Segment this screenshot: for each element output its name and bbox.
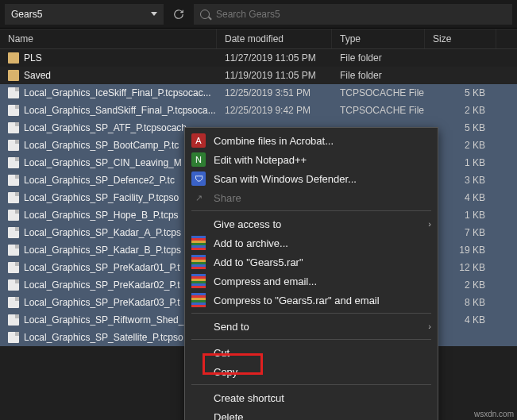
file-icon <box>8 140 19 151</box>
breadcrumb-current: Gears5 <box>11 9 42 20</box>
menu-separator <box>191 313 431 314</box>
menu-defender[interactable]: 🛡 Scan with Windows Defender... <box>185 169 438 188</box>
cell-type: TCPSOCACHE File <box>332 87 425 98</box>
file-name: Local_Graphics_SP_PreKadar02_P.t <box>24 279 180 291</box>
context-menu: A Combine files in Acrobat... N Edit wit… <box>184 127 438 420</box>
menu-separator <box>191 210 431 211</box>
menu-separator <box>191 339 431 340</box>
file-name: Local_Graphics_SP_Defence2_P.tc <box>24 175 175 186</box>
watermark: wsxdn.com <box>474 410 514 418</box>
cell-size: 2 KB <box>425 105 496 116</box>
file-icon <box>8 175 19 186</box>
file-name: Local_Graphics_SP_ATF_P.tcpsocach <box>24 122 187 133</box>
cell-name: Saved <box>0 70 217 81</box>
file-name: Local_Graphics_IceSkiff_Final_P.tcpsocac… <box>24 87 211 98</box>
cell-date: 11/27/2019 11:05 PM <box>217 52 332 64</box>
winrar-icon <box>191 236 206 250</box>
chevron-right-icon: › <box>428 219 431 229</box>
file-name: Local_Graphics_SP_PreKadar03_P.t <box>24 297 180 308</box>
blank-icon <box>191 364 206 379</box>
menu-separator <box>191 384 431 385</box>
header-size[interactable]: Size <box>425 29 496 48</box>
menu-give-access[interactable]: Give access to › <box>185 214 438 233</box>
cell-type: File folder <box>332 52 425 64</box>
breadcrumb[interactable]: Gears5 <box>5 4 164 25</box>
menu-create-shortcut[interactable]: Create shortcut <box>185 388 438 407</box>
file-name: Saved <box>24 70 51 81</box>
blank-icon <box>191 345 206 360</box>
file-name: PLS <box>24 52 42 64</box>
menu-compress-email[interactable]: Compress and email... <box>185 272 438 291</box>
menu-notepad[interactable]: N Edit with Notepad++ <box>185 150 438 169</box>
cell-date: 12/25/2019 3:51 PM <box>217 87 332 98</box>
menu-combine-acrobat[interactable]: A Combine files in Acrobat... <box>185 131 438 150</box>
search-icon <box>200 10 210 19</box>
winrar-icon <box>191 293 206 307</box>
file-name: Local_Graphics_SP_Kadar_B_P.tcps <box>24 245 181 256</box>
file-name: Local_Graphics_SP_Satellite_P.tcpso <box>24 332 183 343</box>
menu-delete[interactable]: Delete <box>185 407 438 420</box>
cell-size: 5 KB <box>425 87 496 98</box>
menu-add-archive[interactable]: Add to archive... <box>185 233 438 252</box>
table-row[interactable]: Local_Graphics_IceSkiff_Final_P.tcpsocac… <box>0 84 517 102</box>
column-headers: Name Date modified Type Size <box>0 29 517 49</box>
cell-type: File folder <box>332 70 425 81</box>
winrar-icon <box>191 255 206 269</box>
blank-icon <box>191 410 206 420</box>
file-icon <box>8 297 19 308</box>
file-name: Local_Graphics_SP_PreKadar01_P.t <box>24 262 180 273</box>
file-name: Local_Graphics_SP_CIN_Leaving_M <box>24 157 182 168</box>
file-icon <box>8 332 19 343</box>
file-icon <box>8 87 19 98</box>
menu-add-rar[interactable]: Add to "Gears5.rar" <box>185 252 438 272</box>
file-icon <box>8 245 19 256</box>
file-icon <box>8 192 19 203</box>
table-row[interactable]: Local_Graphics_SandSkiff_Final_P.tcpsoca… <box>0 102 517 119</box>
file-name: Local_Graphics_SandSkiff_Final_P.tcpsoca… <box>24 105 216 116</box>
header-name[interactable]: Name <box>0 29 217 48</box>
chevron-right-icon: › <box>428 322 431 331</box>
blank-icon <box>191 391 206 405</box>
cell-date: 11/19/2019 11:05 PM <box>217 70 332 81</box>
file-icon <box>8 262 19 273</box>
table-row[interactable]: PLS11/27/2019 11:05 PMFile folder <box>0 49 517 67</box>
header-type[interactable]: Type <box>332 29 425 48</box>
file-icon <box>8 105 19 116</box>
folder-icon <box>8 70 19 81</box>
header-date[interactable]: Date modified <box>217 29 332 48</box>
address-bar: Gears5 <box>0 0 517 29</box>
file-icon <box>8 314 19 326</box>
menu-cut[interactable]: Cut <box>185 343 438 362</box>
file-icon <box>8 122 19 133</box>
notepad-icon: N <box>191 152 206 167</box>
file-name: Local_Graphics_SP_Riftworm_Shed_ <box>24 314 183 326</box>
winrar-icon <box>191 274 206 288</box>
folder-icon <box>8 52 19 64</box>
file-icon <box>8 279 19 291</box>
refresh-button[interactable] <box>168 4 189 25</box>
menu-copy[interactable]: Copy <box>185 362 438 381</box>
file-name: Local_Graphics_SP_Hope_B_P.tcps <box>24 210 179 221</box>
cell-date: 12/25/2019 9:42 PM <box>217 105 332 116</box>
cell-name: Local_Graphics_IceSkiff_Final_P.tcpsocac… <box>0 87 217 98</box>
chevron-down-icon[interactable] <box>151 12 157 16</box>
menu-share: ↗ Share <box>185 188 438 207</box>
acrobat-icon: A <box>191 133 206 148</box>
cell-name: PLS <box>0 52 217 64</box>
cell-type: TCPSOCACHE File <box>332 105 425 116</box>
search-input[interactable] <box>216 9 506 20</box>
file-icon <box>8 227 19 238</box>
file-name: Local_Graphics_SP_Facility_P.tcpso <box>24 192 179 203</box>
file-name: Local_Graphics_SP_BootCamp_P.tc <box>24 140 179 151</box>
shield-icon: 🛡 <box>191 171 206 186</box>
menu-compress-rar-email[interactable]: Compress to "Gears5.rar" and email <box>185 291 438 310</box>
file-icon <box>8 157 19 168</box>
blank-icon <box>191 319 206 333</box>
blank-icon <box>191 217 206 231</box>
file-icon <box>8 210 19 221</box>
search-box[interactable] <box>194 4 512 25</box>
menu-send-to[interactable]: Send to › <box>185 317 438 336</box>
share-icon: ↗ <box>191 191 206 205</box>
table-row[interactable]: Saved11/19/2019 11:05 PMFile folder <box>0 67 517 84</box>
file-name: Local_Graphics_SP_Kadar_A_P.tcps <box>24 227 181 238</box>
